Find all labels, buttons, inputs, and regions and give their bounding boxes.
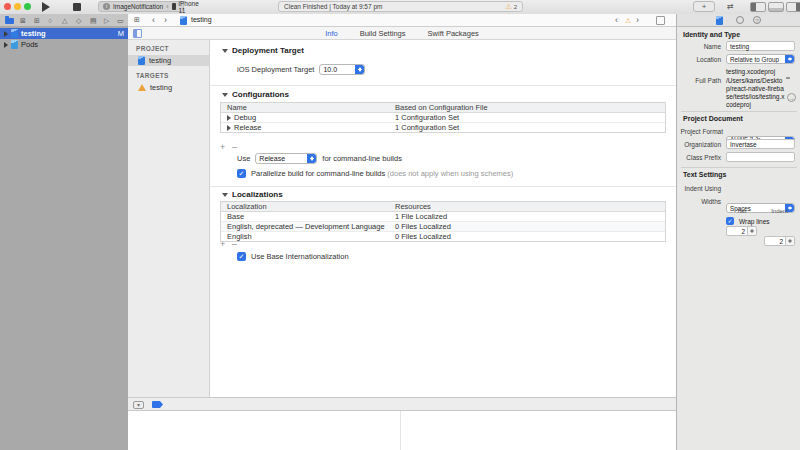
stop-button[interactable]	[73, 3, 81, 11]
app-target-icon	[138, 84, 146, 91]
close-window-button[interactable]	[4, 3, 11, 10]
project-info-content: Deployment Target iOS Deployment Target …	[210, 40, 676, 424]
name-label: Name	[677, 43, 721, 50]
sidebar-item-project-testing[interactable]: testing	[128, 55, 209, 66]
organization-label: Organization	[677, 141, 721, 148]
widths-label: Widths	[677, 198, 721, 205]
disclosure-triangle[interactable]	[222, 49, 228, 53]
project-format-label: Project Format	[677, 128, 723, 135]
find-navigator-icon[interactable]: ○	[48, 16, 52, 25]
section-divider	[210, 85, 676, 86]
jump-to-path-icon[interactable]: →	[787, 93, 796, 102]
minimize-window-button[interactable]	[14, 3, 21, 10]
debug-navigator-icon[interactable]: ▤	[90, 16, 97, 25]
run-button[interactable]	[42, 2, 50, 12]
section-localizations[interactable]: Localizations	[222, 190, 283, 199]
quick-help-inspector-icon[interactable]: ?	[753, 16, 761, 24]
navigator-item-pods[interactable]: Pods	[0, 39, 128, 50]
base-internationalization-label: Use Base Internationalization	[251, 252, 349, 261]
history-inspector-icon[interactable]	[736, 16, 744, 24]
warning-count: 2	[514, 4, 517, 10]
issue-warning-icon[interactable]: ⚠	[625, 17, 631, 24]
report-navigator-icon[interactable]: ▭	[117, 16, 124, 25]
organization-field[interactable]: Invertase	[726, 139, 795, 149]
tab-info[interactable]: Info	[325, 29, 338, 38]
library-add-button[interactable]: +	[693, 1, 715, 12]
table-row[interactable]: English 0 Files Localized	[221, 232, 665, 241]
command-line-config-dropdown[interactable]: Release	[255, 153, 317, 164]
source-control-navigator-icon[interactable]: ⊠	[20, 16, 26, 25]
deployment-target-dropdown[interactable]: 10.0	[319, 64, 365, 75]
debug-bar: ▾	[128, 397, 676, 411]
identity-and-type-header: Identity and Type	[683, 31, 740, 38]
add-configuration-button[interactable]: +	[220, 143, 225, 151]
tab-width-stepper[interactable]: 2	[726, 226, 757, 236]
toggle-navigator-button[interactable]	[750, 2, 766, 12]
disclosure-triangle[interactable]	[227, 125, 231, 131]
inspector-divider	[681, 111, 797, 112]
breadcrumb-file[interactable]: testing	[191, 16, 212, 23]
warning-icon: ⚠	[505, 3, 511, 10]
column-localization: Localization	[221, 202, 391, 211]
disclosure-triangle[interactable]	[227, 115, 231, 121]
status-message: Clean Finished | Today at 9:57 pm	[284, 3, 382, 10]
indent-caption: Indent	[764, 208, 795, 214]
hide-debug-area-icon[interactable]: ▾	[133, 401, 144, 409]
tab-build-settings[interactable]: Build Settings	[360, 29, 406, 38]
breakpoints-toggle-icon[interactable]	[152, 401, 163, 408]
indent-width-stepper[interactable]: 2	[764, 236, 795, 246]
base-internationalization-checkbox[interactable]	[237, 252, 246, 261]
remove-configuration-button[interactable]: –	[232, 143, 237, 151]
full-path-label: Full Path	[677, 77, 721, 84]
section-deployment-target[interactable]: Deployment Target	[222, 46, 304, 55]
table-row[interactable]: Base 1 File Localized	[221, 212, 665, 222]
project-navigator-icon[interactable]	[5, 18, 14, 24]
disclosure-triangle[interactable]	[4, 42, 8, 48]
toggle-debug-area-button[interactable]	[768, 2, 784, 12]
console-split-divider[interactable]	[400, 411, 401, 450]
back-button[interactable]: ‹	[152, 15, 155, 25]
disclosure-triangle[interactable]	[222, 93, 228, 97]
location-dropdown[interactable]: Relative to Group	[726, 54, 795, 64]
toggle-inspector-button[interactable]	[786, 2, 800, 12]
base-internationalization-row: Use Base Internationalization	[237, 252, 349, 261]
sidebar-item-target-testing[interactable]: testing	[128, 82, 209, 93]
section-divider	[210, 186, 676, 187]
navigator-item-testing[interactable]: testing M	[0, 28, 128, 39]
add-localization-button[interactable]: +	[220, 240, 225, 248]
editor-layout-icon[interactable]	[656, 16, 665, 25]
jump-bar: ⊞ ‹ › testing ‹ ⚠ ›	[128, 14, 676, 27]
deployment-target-label: iOS Deployment Target	[237, 65, 314, 74]
file-inspector-icon[interactable]	[716, 16, 723, 25]
navigator-tab-bar: ⊠ ⊞ ○ △ ◇ ▤ ▷ ▭	[0, 14, 128, 27]
remove-localization-button[interactable]: –	[232, 240, 237, 248]
breakpoint-navigator-icon[interactable]: ▷	[104, 16, 109, 25]
disclosure-triangle[interactable]	[4, 31, 8, 37]
class-prefix-field[interactable]	[726, 152, 795, 162]
forward-button[interactable]: ›	[164, 15, 167, 25]
scheme-selector[interactable]: i ImageNotification › iPhone 11	[98, 1, 184, 12]
editor-arrows-icon[interactable]: ⇄	[727, 2, 734, 11]
tab-swift-packages[interactable]: Swift Packages	[428, 29, 479, 38]
parallelize-checkbox[interactable]	[237, 169, 246, 178]
titlebar: i ImageNotification › iPhone 11 Clean Fi…	[0, 0, 800, 15]
wrap-lines-checkbox[interactable]	[726, 217, 734, 225]
issue-navigator-icon[interactable]: △	[62, 16, 67, 25]
symbol-navigator-icon[interactable]: ⊞	[34, 16, 40, 25]
zoom-window-button[interactable]	[24, 3, 31, 10]
test-navigator-icon[interactable]: ◇	[76, 16, 81, 25]
related-items-icon[interactable]: ⊞	[134, 16, 140, 24]
section-configurations[interactable]: Configurations	[222, 90, 289, 99]
table-row[interactable]: Debug 1 Configuration Set	[221, 113, 665, 123]
sidebar-toggle-icon[interactable]	[133, 29, 142, 38]
disclosure-triangle[interactable]	[222, 193, 228, 197]
table-row[interactable]: English, deprecated — Development Langua…	[221, 222, 665, 232]
container-name: testing.xcodeproj	[726, 68, 775, 75]
next-issue-button[interactable]: ›	[636, 15, 639, 25]
use-label: Use	[237, 154, 250, 163]
table-row[interactable]: Release 1 Configuration Set	[221, 123, 665, 132]
previous-issue-button[interactable]: ‹	[615, 15, 618, 25]
name-field[interactable]: testing	[726, 41, 795, 51]
column-name: Name	[221, 103, 391, 112]
activity-status-display[interactable]: Clean Finished | Today at 9:57 pm ⚠ 2	[278, 1, 523, 12]
